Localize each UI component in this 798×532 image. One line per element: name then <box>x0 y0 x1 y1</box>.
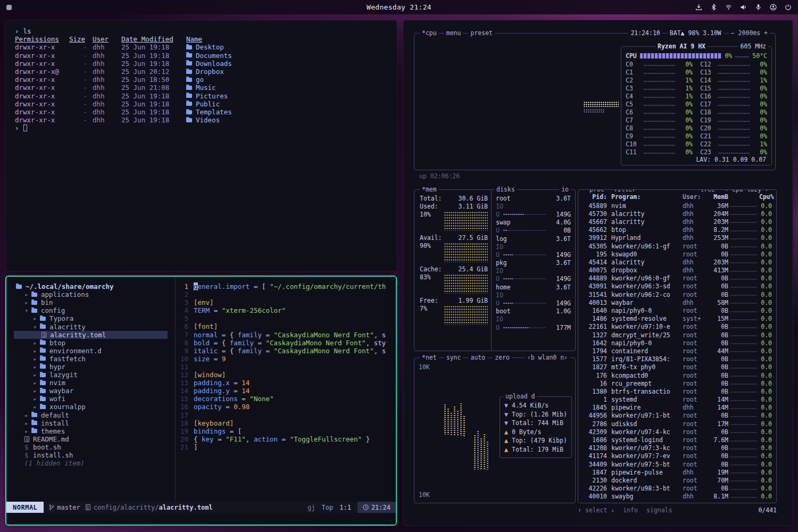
process-row[interactable]: 176kcompactd0root0B0.0 <box>583 371 772 379</box>
code-line[interactable]: 18[keyboard] <box>176 419 396 427</box>
code-line[interactable]: 2 <box>176 290 396 298</box>
file-path[interactable]: config/alacritty/alacritty.toml <box>86 504 213 511</box>
code-line[interactable]: 3[env] <box>176 298 396 306</box>
code-line[interactable]: 16opacity = 0.98 <box>176 403 396 411</box>
process-row[interactable]: 22161kworker/u97:10-eroot0B0.0 <box>583 323 772 331</box>
process-row[interactable]: 41174kworker/u97:7-evroot0B0.0 <box>583 452 772 460</box>
process-row[interactable]: 44889kworker/u96:0-gfroot0B0.0 <box>583 275 772 282</box>
code-line[interactable]: 6[font] <box>176 322 396 330</box>
code-line[interactable]: 20{ key = "F11", action = "ToggleFullscr… <box>176 435 396 443</box>
process-row[interactable]: 42226kworker/u98:3-btroot0B0.0 <box>583 485 772 493</box>
process-row[interactable]: 45730alacrittydhh204M0.0 <box>583 210 772 218</box>
process-row[interactable]: 195kswapd0root0B0.0 <box>583 250 772 258</box>
cpu-box-title[interactable]: *cpu <box>420 29 439 37</box>
code-line[interactable]: 8bold = { family = "CaskaydiaMono Nerd F… <box>176 339 396 347</box>
launcher-icon[interactable] <box>6 5 12 10</box>
process-row[interactable]: 1380btrfs-transactioroot0B0.0 <box>583 387 772 395</box>
process-row[interactable]: 1577irq/81-PIXA3854:root0B0.0 <box>583 355 772 363</box>
code-line[interactable]: 21] <box>176 443 396 451</box>
process-row[interactable]: 42309kworker/u97:4-kcroot0B0.0 <box>583 428 772 436</box>
process-row[interactable]: 45667alacrittydhh203M0.0 <box>583 218 772 226</box>
process-row[interactable]: 40075dropboxdhh413M0.0 <box>583 267 772 275</box>
code-buffer[interactable]: 1general.import = [ "~/.config/omarchy/c… <box>176 277 396 502</box>
tree-item[interactable]: ▸wofi <box>14 395 175 403</box>
code-line[interactable]: 9italic = { family = "CaskaydiaMono Nerd… <box>176 347 396 355</box>
net-sync-toggle[interactable]: sync <box>444 354 463 362</box>
tree-item[interactable]: ▸waybar <box>14 387 175 395</box>
tree-item[interactable]: ▸Typora <box>14 314 175 322</box>
process-row[interactable]: 2130dockerdroot70M0.0 <box>583 476 772 484</box>
power-icon[interactable] <box>785 4 792 11</box>
code-line[interactable]: 17 <box>176 411 396 419</box>
topbar-clock[interactable]: Wednesday 21:24 <box>367 3 431 11</box>
code-line[interactable]: 14padding.y = 14 <box>176 387 396 395</box>
process-row[interactable]: 40010swaybgdhh8.1M0.0 <box>583 493 772 501</box>
menu-button[interactable]: menu <box>444 29 463 37</box>
process-row[interactable]: 1640napi/phy0-0root0B0.0 <box>583 306 772 314</box>
proc-sort-selector[interactable]: ‹ cpu lazy › <box>722 189 771 194</box>
tree-item[interactable]: ▸themes <box>14 427 175 435</box>
tree-item[interactable]: ▸bin <box>14 298 175 306</box>
code-line[interactable]: 15decorations = "None" <box>176 395 396 403</box>
code-line[interactable]: 11 <box>176 363 396 371</box>
tree-item[interactable]: ▸nvim <box>14 379 175 387</box>
process-row[interactable]: 40013waybardhh58M0.0 <box>583 298 772 306</box>
wifi-icon[interactable] <box>725 4 732 11</box>
process-row[interactable]: 1486systemd-resolvesyst+15M0.0 <box>583 315 772 323</box>
hint-info[interactable]: info <box>623 506 638 514</box>
process-row[interactable]: 34409kworker/u97:5-btroot0B0.0 <box>583 460 772 468</box>
code-line[interactable]: 19bindings = [ <box>176 427 396 435</box>
tree-item[interactable]: ▸hypr <box>14 363 175 371</box>
volume-icon[interactable] <box>740 4 747 11</box>
tree-item[interactable]: $boot.sh <box>14 443 175 451</box>
tree-item[interactable]: ▸install <box>14 419 175 427</box>
tree-item[interactable]: ▾alacritty <box>14 322 175 330</box>
shell-prompt-line-empty[interactable]: › <box>15 124 387 132</box>
process-row[interactable]: 1845pipewiredhh14M0.0 <box>583 404 772 412</box>
hint-select[interactable]: ↑ select ↓ <box>578 506 614 514</box>
code-line[interactable]: 10size = 9 <box>176 355 396 363</box>
update-interval-control[interactable]: − 2000ms + <box>729 29 770 37</box>
microphone-icon[interactable] <box>755 4 762 11</box>
tree-item[interactable]: alacritty.toml <box>14 331 168 339</box>
net-box-title[interactable]: *net <box>420 354 439 362</box>
tree-item[interactable]: ▸default <box>14 411 175 419</box>
tray-arrow-icon[interactable] <box>695 4 702 11</box>
proc-filter-button[interactable]: filter <box>612 189 638 194</box>
net-interface-selector[interactable]: ‹b wlan0 n› <box>525 354 570 362</box>
code-line[interactable]: 1general.import = [ "~/.config/omarchy/c… <box>176 282 396 290</box>
process-row[interactable]: 1642napi/phy0-0root0B0.0 <box>583 339 772 347</box>
process-row[interactable]: 45889nvimdhh36M0.0 <box>583 202 772 210</box>
process-row[interactable]: 44956kworker/u97:1-btroot0B0.0 <box>583 412 772 420</box>
tree-item[interactable]: ▸applications <box>14 290 175 298</box>
tree-item[interactable]: ▸btop <box>14 339 175 347</box>
process-row[interactable]: 45662btopdhh8.2M0.0 <box>583 226 772 234</box>
code-line[interactable]: 13padding.x = 14 <box>176 379 396 387</box>
preset-button[interactable]: preset <box>468 29 495 37</box>
mem-box-title[interactable]: *mem <box>420 186 439 194</box>
terminal-window-files[interactable]: ›ls Permissions Size User Date Modified … <box>5 20 397 271</box>
net-zero-toggle[interactable]: zero <box>493 354 512 362</box>
tree-item[interactable]: ▸xournalpp <box>14 403 175 411</box>
proc-box-title[interactable]: *proc <box>584 189 606 194</box>
process-row[interactable]: 1327dmcrypt_write/25root0B0.0 <box>583 331 772 339</box>
process-row[interactable]: 39912Hyprlanddhh253M0.0 <box>583 234 772 242</box>
process-row[interactable]: 45305kworker/u96:1-gfroot0B0.0 <box>583 242 772 250</box>
process-row[interactable]: 2786udisksdroot17M0.0 <box>583 420 772 428</box>
process-row[interactable]: 31541kworker/u96:2-coroot0B0.0 <box>583 290 772 298</box>
process-row[interactable]: 1systemdroot14M0.0 <box>583 396 772 404</box>
tree-root[interactable]: ~/.local/share/omarchy <box>14 282 175 290</box>
process-row[interactable]: 1686systemd-logindroot7.6M0.0 <box>583 436 772 444</box>
process-row[interactable]: 1827mt76-tx phy0root0B0.0 <box>583 363 772 371</box>
tree-item[interactable]: ▾config <box>14 306 175 314</box>
command-line[interactable] <box>6 513 396 525</box>
io-toggle[interactable]: io <box>559 186 571 194</box>
tree-item[interactable]: ▸lazygit <box>14 371 175 379</box>
code-line[interactable]: 12[window] <box>176 371 396 379</box>
process-row[interactable]: 43091kworker/u96:3-sdroot0B0.0 <box>583 282 772 290</box>
tree-item[interactable]: ▸fastfetch <box>14 355 175 363</box>
process-row[interactable]: 1794containerdroot44M0.0 <box>583 347 772 355</box>
process-row[interactable]: 45414alacrittydhh203M0.0 <box>583 258 772 266</box>
git-branch[interactable]: master <box>49 504 80 511</box>
code-line[interactable]: 7normal = { family = "CaskaydiaMono Nerd… <box>176 331 396 339</box>
